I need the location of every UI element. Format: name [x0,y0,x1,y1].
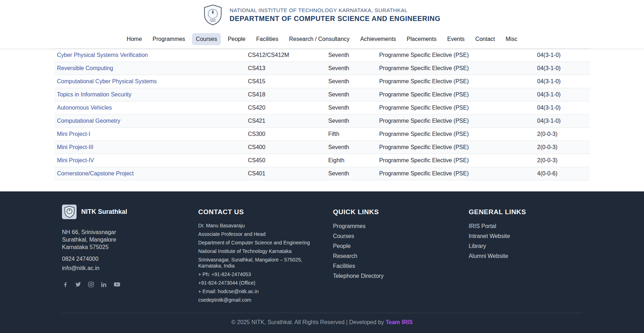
nav-item-contact[interactable]: Contact [471,33,499,45]
address-line: Surathkal, Mangalore [62,236,184,243]
nav-item-home[interactable]: Home [123,33,146,45]
course-row: Reversible Computing CS413 Seventh Progr… [54,62,590,75]
quick-link-research[interactable]: Research [333,253,455,259]
course-link[interactable]: Cyber Physical Systems Verification [57,52,148,58]
course-semester-cell: Seventh [325,141,376,154]
header-titles: NATIONAL INSTITUTE OF TECHNOLOGY KARNATA… [229,7,440,23]
institute-name: NATIONAL INSTITUTE OF TECHNOLOGY KARNATA… [229,7,440,13]
course-link[interactable]: Computational Cyber Physical Systems [57,78,157,84]
nav-item-research-consultancy[interactable]: Research / Consultancy [285,33,354,45]
course-credits-cell: 04(3-1-0) [534,101,590,115]
course-code-cell: CS401 [244,167,325,180]
footer-brand-column: NITK Surathkal NH 66, Srinivasnagar Sura… [62,205,198,306]
nav-item-achievements[interactable]: Achievements [356,33,400,45]
course-name-cell: Cornerstone/Capstone Project [54,167,244,180]
course-category-cell: Programme Specific Elective (PSE) [375,49,534,62]
general-link-alumni-website[interactable]: Alumni Website [469,253,568,259]
course-name-cell: Autonomous Vehicles [54,101,244,115]
facebook-icon[interactable] [62,281,69,288]
twitter-icon[interactable] [75,281,82,288]
nav-item-misc[interactable]: Misc [502,33,521,45]
course-row: Mini Project-IV CS450 Eighth Programme S… [54,154,590,167]
course-code-cell: CS415 [244,75,325,88]
course-category-cell: Programme Specific Elective (PSE) [375,141,534,154]
footer-address: NH 66, Srinivasnagar Surathkal, Mangalor… [62,228,184,251]
course-link[interactable]: Topics in Information Security [57,91,131,97]
course-link[interactable]: Computational Geometry [57,118,120,124]
quick-links-heading: QUICK LINKS [333,208,455,216]
quick-link-people[interactable]: People [333,243,455,249]
address-line: Karnataka 575025 [62,243,184,251]
nav-item-facilities[interactable]: Facilities [252,33,282,45]
quick-link-courses[interactable]: Courses [333,233,455,239]
department-name: DEPARTMENT OF COMPUTER SCIENCE AND ENGIN… [229,15,440,23]
footer-brand-name: NITK Surathkal [81,208,127,216]
nav-item-programmes[interactable]: Programmes [149,33,189,45]
footer-contact-column: CONTACT US Dr. Manu Basavaraju Associate… [198,205,333,306]
course-credits-cell: 04(3-1-0) [534,88,590,101]
general-link-intranet-website[interactable]: Intranet Website [469,233,568,239]
course-category-cell: Programme Specific Elective (PSE) [375,62,534,75]
copyright-text: © 2025 NITK, Surathkal. All Rights Reser… [231,319,384,325]
course-credits-cell: 2(0-0-3) [534,141,590,154]
course-row: Cyber Physical Systems Verification CS41… [54,49,590,62]
course-code-cell: CS400 [244,141,325,154]
courses-table: Cyber Physical Systems Verification CS41… [54,48,590,180]
course-name-cell: Computational Cyber Physical Systems [54,75,244,88]
course-row: Computational Geometry CS421 Seventh Pro… [54,115,590,128]
nav-item-placements[interactable]: Placements [403,33,441,45]
nitk-emblem-icon [203,5,222,25]
quick-link-telephone-directory[interactable]: Telephone Directory [333,273,455,279]
course-name-cell: Topics in Information Security [54,88,244,101]
contact-line: Associate Professor and Head [198,231,319,237]
contact-us-heading: CONTACT US [198,208,319,216]
instagram-icon[interactable] [88,281,94,288]
course-link[interactable]: Reversible Computing [57,65,113,71]
contact-line: Department of Computer Science and Engin… [198,240,319,246]
course-link[interactable]: Mini Project-I [57,131,90,137]
course-link[interactable]: Autonomous Vehicles [57,105,112,111]
course-link[interactable]: Cornerstone/Capstone Project [57,170,134,176]
contact-line: National Institute of Technology Karnata… [198,248,319,254]
course-credits-cell: 2(0-0-3) [534,154,590,167]
header-brand: NATIONAL INSTITUTE OF TECHNOLOGY KARNATA… [203,5,440,25]
course-code-cell: CS413 [244,62,325,75]
contact-line: Srinivasnagar, Surathkal, Mangalore – 57… [198,257,319,269]
course-credits-cell: 04(3-1-0) [534,62,590,75]
contact-line: + Ph: +91-824-2474053 [198,271,319,278]
contact-line: + Email: hodcse@nitk.ac.in [198,289,319,295]
copyright-bar: © 2025 NITK, Surathkal. All Rights Reser… [0,313,644,333]
nav-item-courses[interactable]: Courses [192,33,221,45]
course-credits-cell: 04(3-1-0) [534,115,590,128]
footer-general-links-column: GENERAL LINKS IRIS Portal Intranet Websi… [469,205,582,306]
nav-item-people[interactable]: People [224,33,249,45]
general-link-iris-portal[interactable]: IRIS Portal [469,223,568,229]
course-semester-cell: Eighth [325,154,376,167]
team-iris-link[interactable]: Team IRIS [385,319,412,325]
course-name-cell: Mini Project-I [54,128,244,141]
course-link[interactable]: Mini Project-IV [57,157,94,163]
quick-link-programmes[interactable]: Programmes [333,223,455,229]
social-links [62,281,184,288]
course-credits-cell: 04(3-1-0) [534,75,590,88]
course-semester-cell: Seventh [325,75,376,88]
course-credits-cell: 2(0-0-3) [534,128,590,141]
course-semester-cell: Fifth [325,128,376,141]
course-link[interactable]: Mini Project-III [57,144,93,150]
site-header: NATIONAL INSTITUTE OF TECHNOLOGY KARNATA… [0,0,644,30]
quick-link-facilities[interactable]: Facilities [333,263,455,269]
youtube-icon[interactable] [113,281,121,288]
linkedin-icon[interactable] [100,281,107,288]
course-name-cell: Computational Geometry [54,115,244,128]
contact-line: csedeptnitk@gmail.com [198,297,319,303]
contact-line: +91-824-2473044 (Office) [198,280,319,286]
course-code-cell: CS450 [244,154,325,167]
general-link-library[interactable]: Library [469,243,568,249]
course-code-cell: CS418 [244,88,325,101]
course-category-cell: Programme Specific Elective (PSE) [375,128,534,141]
course-category-cell: Programme Specific Elective (PSE) [375,154,534,167]
courses-content: Cyber Physical Systems Verification CS41… [0,48,644,180]
course-category-cell: Programme Specific Elective (PSE) [375,101,534,115]
address-line: NH 66, Srinivasnagar [62,228,184,236]
nav-item-events[interactable]: Events [443,33,468,45]
